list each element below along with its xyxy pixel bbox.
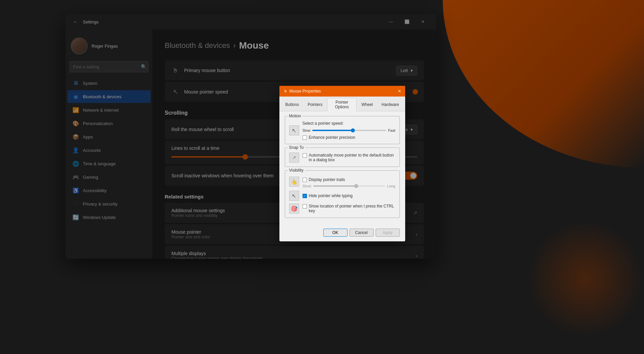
dialog-titlebar: 🖱 Mouse Properties ✕ [279, 86, 405, 97]
auto-move-row: Automatically move pointer to the defaul… [303, 153, 395, 162]
hide-typing-checkbox-row: Hide pointer while typing [303, 193, 353, 198]
tab-buttons[interactable]: Buttons [281, 98, 303, 111]
trails-length-slider-row: Short Long [303, 184, 395, 188]
tab-wheel[interactable]: Wheel [357, 98, 377, 111]
apply-button[interactable]: Apply [376, 229, 400, 237]
trails-row: 👆 Display pointer trails Short [289, 175, 395, 188]
enhance-precision-checkbox[interactable] [303, 135, 307, 140]
speed-slider-fill [312, 130, 353, 131]
show-ctrl-icon: 🎯 [289, 203, 299, 214]
hide-pointer-row: ↖ Hide pointer while typing [289, 191, 395, 201]
motion-content: Select a pointer speed: Slow Fast Enhanc [303, 121, 395, 140]
show-ctrl-checkbox[interactable] [303, 204, 307, 209]
dialog-title-icon: 🖱 [283, 89, 287, 94]
dialog-footer: OK Cancel Apply [279, 226, 405, 241]
snap-to-group: Snap To ↗ Automatically move pointer to … [285, 148, 400, 167]
motion-icon: ↖ [289, 125, 299, 135]
speed-label: Select a pointer speed: [303, 121, 395, 126]
show-ctrl-row: 🎯 Show location of pointer when I press … [289, 203, 395, 214]
trails-slider-thumb [354, 184, 358, 188]
hide-pointer-icon: ↖ [289, 191, 299, 201]
trails-slider-fill [313, 185, 357, 187]
speed-slider[interactable] [312, 130, 386, 131]
short-label: Short [303, 184, 311, 188]
tab-hardware[interactable]: Hardware [377, 98, 403, 111]
tab-pointers[interactable]: Pointers [304, 98, 326, 111]
snap-to-icon: ↗ [289, 153, 299, 163]
dialog-overlay: 🖱 Mouse Properties ✕ Buttons Pointers Po… [0, 0, 644, 354]
dialog-title-left: 🖱 Mouse Properties [283, 89, 321, 94]
speed-slider-row: Slow Fast [303, 128, 395, 132]
trails-label: Display pointer trails [309, 177, 345, 182]
enhance-precision-label: Enhance pointer precision [309, 135, 356, 140]
ok-button[interactable]: OK [323, 229, 347, 237]
trails-length-slider[interactable] [313, 185, 385, 187]
show-ctrl-label: Show location of pointer when I press th… [309, 204, 395, 213]
snap-to-group-label: Snap To [288, 145, 305, 150]
trails-checkbox[interactable] [303, 178, 307, 182]
long-label: Long [387, 184, 395, 188]
dialog-body: Motion ↖ Select a pointer speed: Slow Fa… [279, 111, 405, 226]
motion-group: Motion ↖ Select a pointer speed: Slow Fa… [285, 116, 400, 144]
trails-icon: 👆 [289, 177, 299, 187]
auto-move-checkbox[interactable] [303, 153, 307, 158]
fast-label: Fast [388, 128, 395, 132]
dialog-title-text: Mouse Properties [289, 89, 321, 94]
slow-label: Slow [303, 128, 311, 132]
hide-typing-checkbox[interactable] [303, 194, 307, 198]
snap-to-row: ↗ Automatically move pointer to the defa… [289, 153, 395, 163]
tab-pointer-options[interactable]: Pointer Options [327, 98, 357, 111]
dialog-close-button[interactable]: ✕ [396, 88, 402, 94]
mouse-properties-dialog: 🖱 Mouse Properties ✕ Buttons Pointers Po… [279, 86, 405, 241]
trails-content: Display pointer trails Short Long [303, 175, 395, 188]
visibility-group-label: Visibility [288, 168, 305, 173]
enhance-precision-row: Enhance pointer precision [303, 135, 395, 140]
auto-move-label: Automatically move pointer to the defaul… [309, 153, 395, 162]
trails-checkbox-row: Display pointer trails [303, 177, 395, 182]
show-ctrl-checkbox-row: Show location of pointer when I press th… [303, 204, 395, 213]
speed-slider-thumb [351, 128, 355, 132]
motion-group-label: Motion [288, 114, 303, 118]
hide-typing-label: Hide pointer while typing [309, 193, 353, 198]
visibility-group: Visibility 👆 Display pointer trails Shor… [285, 170, 400, 218]
dialog-tabs: Buttons Pointers Pointer Options Wheel H… [279, 97, 405, 111]
motion-row: ↖ Select a pointer speed: Slow Fast [289, 121, 395, 140]
cancel-button[interactable]: Cancel [350, 229, 374, 237]
